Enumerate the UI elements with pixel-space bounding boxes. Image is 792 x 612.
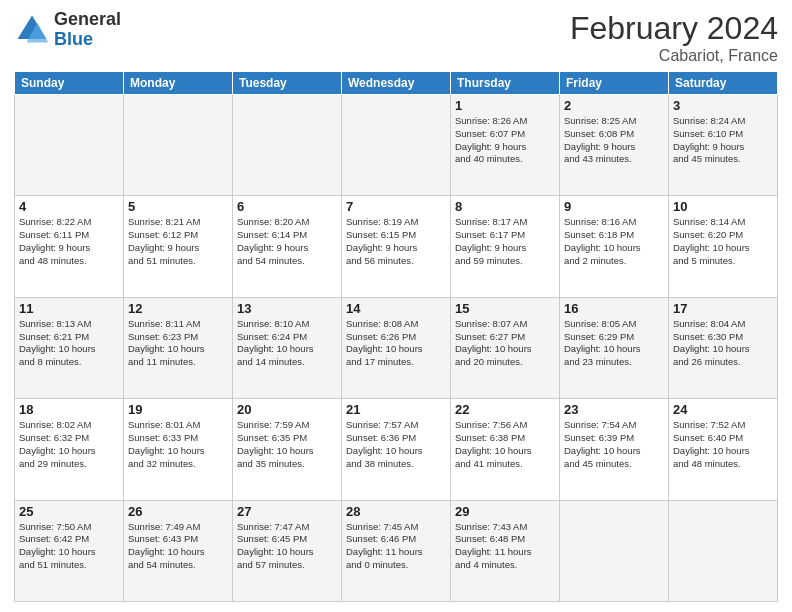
day-number: 12 (128, 301, 228, 316)
calendar-cell: 10Sunrise: 8:14 AM Sunset: 6:20 PM Dayli… (669, 196, 778, 297)
day-info: Sunrise: 7:56 AM Sunset: 6:38 PM Dayligh… (455, 419, 555, 470)
calendar-cell: 24Sunrise: 7:52 AM Sunset: 6:40 PM Dayli… (669, 399, 778, 500)
day-info: Sunrise: 8:13 AM Sunset: 6:21 PM Dayligh… (19, 318, 119, 369)
weekday-header-sunday: Sunday (15, 72, 124, 95)
day-number: 1 (455, 98, 555, 113)
day-number: 9 (564, 199, 664, 214)
calendar-cell (15, 95, 124, 196)
day-number: 18 (19, 402, 119, 417)
day-number: 15 (455, 301, 555, 316)
calendar-cell: 18Sunrise: 8:02 AM Sunset: 6:32 PM Dayli… (15, 399, 124, 500)
day-number: 23 (564, 402, 664, 417)
day-info: Sunrise: 8:25 AM Sunset: 6:08 PM Dayligh… (564, 115, 664, 166)
calendar-cell: 8Sunrise: 8:17 AM Sunset: 6:17 PM Daylig… (451, 196, 560, 297)
day-number: 3 (673, 98, 773, 113)
calendar-cell: 21Sunrise: 7:57 AM Sunset: 6:36 PM Dayli… (342, 399, 451, 500)
week-row-3: 11Sunrise: 8:13 AM Sunset: 6:21 PM Dayli… (15, 297, 778, 398)
calendar-table: SundayMondayTuesdayWednesdayThursdayFrid… (14, 71, 778, 602)
day-info: Sunrise: 8:17 AM Sunset: 6:17 PM Dayligh… (455, 216, 555, 267)
calendar-cell (669, 500, 778, 601)
calendar-cell: 9Sunrise: 8:16 AM Sunset: 6:18 PM Daylig… (560, 196, 669, 297)
day-info: Sunrise: 8:05 AM Sunset: 6:29 PM Dayligh… (564, 318, 664, 369)
calendar-cell (560, 500, 669, 601)
day-number: 20 (237, 402, 337, 417)
day-info: Sunrise: 7:45 AM Sunset: 6:46 PM Dayligh… (346, 521, 446, 572)
calendar-subtitle: Cabariot, France (570, 47, 778, 65)
day-number: 25 (19, 504, 119, 519)
calendar-cell: 14Sunrise: 8:08 AM Sunset: 6:26 PM Dayli… (342, 297, 451, 398)
calendar-cell: 27Sunrise: 7:47 AM Sunset: 6:45 PM Dayli… (233, 500, 342, 601)
logo-blue: Blue (54, 30, 121, 50)
day-info: Sunrise: 8:02 AM Sunset: 6:32 PM Dayligh… (19, 419, 119, 470)
calendar-title: February 2024 (570, 10, 778, 47)
weekday-header-thursday: Thursday (451, 72, 560, 95)
calendar-cell: 25Sunrise: 7:50 AM Sunset: 6:42 PM Dayli… (15, 500, 124, 601)
weekday-header-monday: Monday (124, 72, 233, 95)
calendar-cell: 15Sunrise: 8:07 AM Sunset: 6:27 PM Dayli… (451, 297, 560, 398)
day-info: Sunrise: 8:11 AM Sunset: 6:23 PM Dayligh… (128, 318, 228, 369)
calendar-cell: 6Sunrise: 8:20 AM Sunset: 6:14 PM Daylig… (233, 196, 342, 297)
calendar-cell: 7Sunrise: 8:19 AM Sunset: 6:15 PM Daylig… (342, 196, 451, 297)
weekday-header-wednesday: Wednesday (342, 72, 451, 95)
calendar-cell: 11Sunrise: 8:13 AM Sunset: 6:21 PM Dayli… (15, 297, 124, 398)
page: General Blue February 2024 Cabariot, Fra… (0, 0, 792, 612)
day-info: Sunrise: 7:49 AM Sunset: 6:43 PM Dayligh… (128, 521, 228, 572)
day-number: 11 (19, 301, 119, 316)
day-number: 10 (673, 199, 773, 214)
calendar-cell: 22Sunrise: 7:56 AM Sunset: 6:38 PM Dayli… (451, 399, 560, 500)
calendar-cell: 23Sunrise: 7:54 AM Sunset: 6:39 PM Dayli… (560, 399, 669, 500)
logo-text: General Blue (54, 10, 121, 50)
weekday-header-saturday: Saturday (669, 72, 778, 95)
day-number: 27 (237, 504, 337, 519)
day-info: Sunrise: 8:07 AM Sunset: 6:27 PM Dayligh… (455, 318, 555, 369)
calendar-cell: 1Sunrise: 8:26 AM Sunset: 6:07 PM Daylig… (451, 95, 560, 196)
day-number: 7 (346, 199, 446, 214)
calendar-cell: 19Sunrise: 8:01 AM Sunset: 6:33 PM Dayli… (124, 399, 233, 500)
day-info: Sunrise: 8:19 AM Sunset: 6:15 PM Dayligh… (346, 216, 446, 267)
day-number: 5 (128, 199, 228, 214)
day-number: 26 (128, 504, 228, 519)
day-info: Sunrise: 7:59 AM Sunset: 6:35 PM Dayligh… (237, 419, 337, 470)
day-number: 29 (455, 504, 555, 519)
day-info: Sunrise: 7:43 AM Sunset: 6:48 PM Dayligh… (455, 521, 555, 572)
day-number: 24 (673, 402, 773, 417)
calendar-cell: 4Sunrise: 8:22 AM Sunset: 6:11 PM Daylig… (15, 196, 124, 297)
day-info: Sunrise: 8:16 AM Sunset: 6:18 PM Dayligh… (564, 216, 664, 267)
day-info: Sunrise: 7:54 AM Sunset: 6:39 PM Dayligh… (564, 419, 664, 470)
day-info: Sunrise: 7:52 AM Sunset: 6:40 PM Dayligh… (673, 419, 773, 470)
week-row-4: 18Sunrise: 8:02 AM Sunset: 6:32 PM Dayli… (15, 399, 778, 500)
day-info: Sunrise: 8:21 AM Sunset: 6:12 PM Dayligh… (128, 216, 228, 267)
weekday-header-tuesday: Tuesday (233, 72, 342, 95)
day-info: Sunrise: 8:22 AM Sunset: 6:11 PM Dayligh… (19, 216, 119, 267)
day-number: 14 (346, 301, 446, 316)
title-block: February 2024 Cabariot, France (570, 10, 778, 65)
weekday-header-friday: Friday (560, 72, 669, 95)
day-info: Sunrise: 8:04 AM Sunset: 6:30 PM Dayligh… (673, 318, 773, 369)
calendar-cell (342, 95, 451, 196)
calendar-cell (233, 95, 342, 196)
week-row-5: 25Sunrise: 7:50 AM Sunset: 6:42 PM Dayli… (15, 500, 778, 601)
day-info: Sunrise: 8:26 AM Sunset: 6:07 PM Dayligh… (455, 115, 555, 166)
day-number: 13 (237, 301, 337, 316)
day-info: Sunrise: 7:47 AM Sunset: 6:45 PM Dayligh… (237, 521, 337, 572)
calendar-cell: 20Sunrise: 7:59 AM Sunset: 6:35 PM Dayli… (233, 399, 342, 500)
calendar-cell: 26Sunrise: 7:49 AM Sunset: 6:43 PM Dayli… (124, 500, 233, 601)
logo-icon (14, 12, 50, 48)
day-number: 28 (346, 504, 446, 519)
day-info: Sunrise: 8:24 AM Sunset: 6:10 PM Dayligh… (673, 115, 773, 166)
week-row-1: 1Sunrise: 8:26 AM Sunset: 6:07 PM Daylig… (15, 95, 778, 196)
day-info: Sunrise: 8:10 AM Sunset: 6:24 PM Dayligh… (237, 318, 337, 369)
day-info: Sunrise: 8:20 AM Sunset: 6:14 PM Dayligh… (237, 216, 337, 267)
week-row-2: 4Sunrise: 8:22 AM Sunset: 6:11 PM Daylig… (15, 196, 778, 297)
calendar-cell: 5Sunrise: 8:21 AM Sunset: 6:12 PM Daylig… (124, 196, 233, 297)
calendar-cell: 13Sunrise: 8:10 AM Sunset: 6:24 PM Dayli… (233, 297, 342, 398)
calendar-cell: 2Sunrise: 8:25 AM Sunset: 6:08 PM Daylig… (560, 95, 669, 196)
day-info: Sunrise: 7:57 AM Sunset: 6:36 PM Dayligh… (346, 419, 446, 470)
day-number: 8 (455, 199, 555, 214)
calendar-cell: 29Sunrise: 7:43 AM Sunset: 6:48 PM Dayli… (451, 500, 560, 601)
day-number: 6 (237, 199, 337, 214)
day-number: 2 (564, 98, 664, 113)
day-info: Sunrise: 8:14 AM Sunset: 6:20 PM Dayligh… (673, 216, 773, 267)
day-number: 17 (673, 301, 773, 316)
day-info: Sunrise: 7:50 AM Sunset: 6:42 PM Dayligh… (19, 521, 119, 572)
